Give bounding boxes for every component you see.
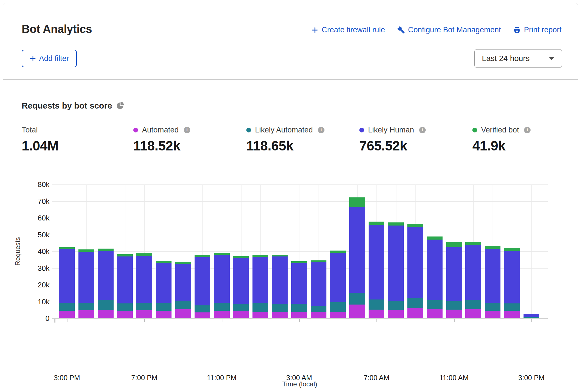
chart-bar-5-00-am[interactable] [330,251,346,318]
bar-segment-automated[interactable] [214,311,230,318]
bar-segment-likely-automated[interactable] [407,298,423,308]
bar-segment-likely-human[interactable] [427,240,443,300]
chart-bar-8-00-am[interactable] [388,222,404,318]
bar-segment-likely-human[interactable] [524,314,539,317]
bar-segment-likely-human[interactable] [195,257,210,305]
bar-segment-automated[interactable] [291,312,307,318]
bar-segment-verified-bot[interactable] [465,242,481,245]
bar-segment-likely-human[interactable] [311,262,326,306]
bar-segment-likely-human[interactable] [330,253,346,303]
bar-segment-automated[interactable] [427,309,443,318]
chart-bar-2-00-pm[interactable] [504,248,520,318]
chart-bar-3-00-am[interactable] [291,261,307,318]
bar-segment-automated[interactable] [465,309,481,318]
bar-segment-likely-human[interactable] [156,263,172,303]
bar-segment-likely-human[interactable] [175,264,191,301]
bar-segment-automated[interactable] [272,312,288,318]
chart-bar-11-00-am[interactable] [446,242,462,318]
bar-segment-likely-human[interactable] [349,207,365,293]
bar-segment-verified-bot[interactable] [330,251,346,253]
bar-segment-likely-human[interactable] [407,227,423,298]
bar-segment-likely-human[interactable] [465,245,481,300]
chart-bar-12-00-pm[interactable] [465,242,481,318]
bar-segment-automated[interactable] [136,310,152,318]
bar-segment-likely-human[interactable] [252,257,268,303]
chart-bar-10-00-pm[interactable] [195,255,210,318]
bar-segment-likely-automated[interactable] [485,303,500,310]
chart-bar-2-00-am[interactable] [272,255,288,318]
bar-segment-automated[interactable] [59,311,75,318]
bar-segment-verified-bot[interactable] [195,255,210,257]
chart-bar-10-00-am[interactable] [427,236,443,318]
bar-segment-verified-bot[interactable] [388,222,404,226]
bar-segment-automated[interactable] [233,311,249,318]
bar-segment-likely-automated[interactable] [175,301,191,309]
chart-bar-6-00-am[interactable] [349,197,365,318]
chart-bar-4-00-am[interactable] [311,260,326,318]
bar-segment-likely-automated[interactable] [78,303,94,310]
bar-segment-verified-bot[interactable] [98,249,114,251]
bar-segment-likely-human[interactable] [59,249,75,303]
chart-bar-9-00-pm[interactable] [175,262,191,318]
bar-segment-automated[interactable] [504,311,520,318]
bar-segment-likely-automated[interactable] [252,303,268,312]
bar-segment-automated[interactable] [78,310,94,318]
bar-segment-likely-human[interactable] [233,258,249,304]
bar-segment-likely-automated[interactable] [388,301,404,310]
bar-segment-automated[interactable] [311,312,326,318]
bar-segment-likely-human[interactable] [272,256,288,304]
chart-bar-3-00-pm[interactable] [524,314,539,318]
bar-segment-automated[interactable] [388,310,404,318]
bar-segment-automated[interactable] [349,305,365,318]
bar-segment-verified-bot[interactable] [485,246,500,249]
bar-segment-automated[interactable] [156,311,172,318]
bar-segment-verified-bot[interactable] [504,248,520,251]
chart-bar-9-00-am[interactable] [407,224,423,318]
chart-bar-8-00-pm[interactable] [156,261,172,318]
bar-segment-likely-automated[interactable] [272,304,288,312]
chart-bar-12-00-am[interactable] [233,256,249,318]
chart-bar-5-00-pm[interactable] [98,249,114,318]
bar-segment-likely-human[interactable] [485,249,500,303]
bar-segment-likely-automated[interactable] [156,303,172,311]
bar-segment-likely-automated[interactable] [233,304,249,311]
bar-segment-likely-automated[interactable] [369,299,384,310]
chart-bar-4-00-pm[interactable] [78,249,94,318]
bar-segment-verified-bot[interactable] [407,224,423,227]
bar-segment-verified-bot[interactable] [369,222,384,225]
bar-segment-likely-human[interactable] [214,255,230,303]
bar-segment-automated[interactable] [252,312,268,318]
chart-bar-1-00-am[interactable] [252,255,268,318]
bar-segment-likely-automated[interactable] [291,304,307,312]
bar-segment-likely-human[interactable] [136,256,152,303]
bar-segment-likely-human[interactable] [117,256,133,303]
chart-bar-11-00-pm[interactable] [214,253,230,318]
bar-segment-likely-automated[interactable] [98,300,114,310]
chart-bar-3-00-pm[interactable] [59,247,75,318]
bar-segment-verified-bot[interactable] [78,249,94,252]
bar-segment-likely-human[interactable] [504,251,520,303]
bar-segment-likely-automated[interactable] [465,300,481,310]
bar-segment-likely-automated[interactable] [446,301,462,310]
bar-segment-likely-human[interactable] [369,225,384,300]
bar-segment-likely-human[interactable] [446,247,462,301]
bar-segment-likely-automated[interactable] [311,306,326,312]
bar-segment-likely-automated[interactable] [136,303,152,310]
chart-bar-7-00-pm[interactable] [136,253,152,318]
bar-segment-likely-automated[interactable] [330,302,346,312]
bar-segment-automated[interactable] [485,311,500,318]
chart-bar-1-00-pm[interactable] [485,246,500,318]
bar-segment-automated[interactable] [446,310,462,318]
bar-segment-verified-bot[interactable] [446,242,462,247]
bar-segment-automated[interactable] [407,308,423,318]
bar-segment-likely-automated[interactable] [504,303,520,311]
bar-segment-verified-bot[interactable] [117,254,133,257]
bar-segment-likely-automated[interactable] [427,300,443,309]
bar-segment-automated[interactable] [117,311,133,318]
bar-segment-likely-human[interactable] [78,252,94,303]
bar-segment-likely-human[interactable] [388,226,404,301]
bar-segment-verified-bot[interactable] [291,261,307,263]
bar-segment-verified-bot[interactable] [59,247,75,249]
bar-segment-likely-human[interactable] [98,251,114,300]
bar-segment-likely-automated[interactable] [117,303,133,311]
